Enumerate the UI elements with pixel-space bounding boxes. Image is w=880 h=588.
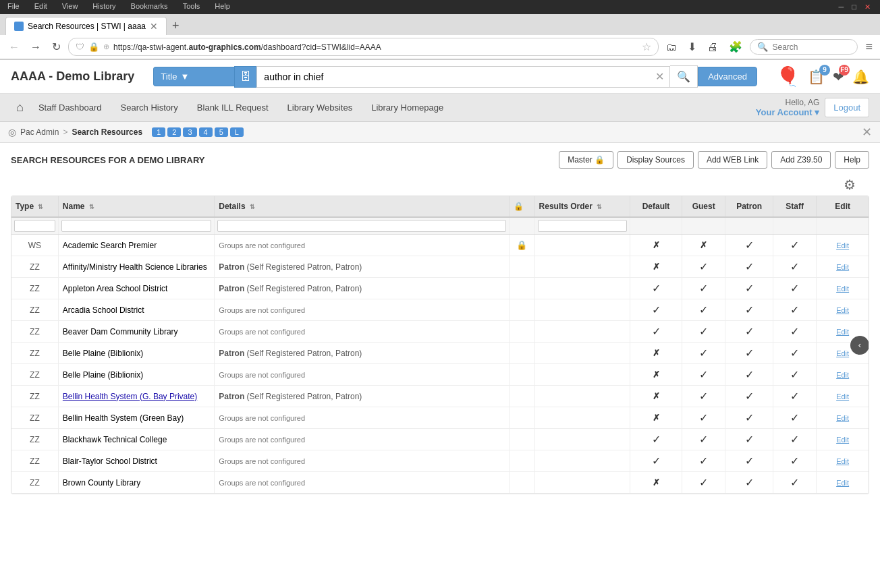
- gear-settings-button[interactable]: ⚙: [844, 177, 856, 193]
- nav-home-button[interactable]: ⌂: [11, 94, 29, 121]
- breadcrumb-current: Search Resources: [72, 127, 142, 137]
- edit-link[interactable]: Edit: [836, 436, 849, 444]
- forward-button[interactable]: →: [27, 40, 45, 55]
- cell-details: Patron (Self Registered Patron, Patron): [215, 343, 510, 364]
- menu-file[interactable]: File: [5, 1, 22, 13]
- window-maximize[interactable]: □: [850, 2, 858, 12]
- pocket-button[interactable]: 🗂: [663, 40, 680, 55]
- breadcrumb-pac-admin[interactable]: Pac Admin: [20, 127, 59, 137]
- breadcrumb-num-l[interactable]: L: [230, 127, 244, 137]
- search-submit-button[interactable]: 🔍: [670, 65, 698, 88]
- breadcrumb-num-5[interactable]: 5: [215, 127, 228, 137]
- back-button[interactable]: ←: [5, 40, 23, 55]
- col-results-order[interactable]: Results Order ⇅: [534, 196, 630, 217]
- cell-edit: Edit: [817, 472, 869, 494]
- table-filter-row: [11, 217, 869, 235]
- nav-search-history[interactable]: Search History: [111, 96, 188, 119]
- cell-details: Groups are not configured: [215, 429, 510, 450]
- cell-default: ✗: [630, 343, 682, 364]
- nav-staff-dashboard[interactable]: Staff Dashboard: [29, 96, 111, 119]
- window-close[interactable]: ✕: [862, 2, 873, 12]
- scroll-left-button[interactable]: ‹: [850, 336, 869, 355]
- menu-help[interactable]: Help: [213, 1, 232, 13]
- window-minimize[interactable]: ─: [837, 2, 846, 12]
- refresh-button[interactable]: ↻: [49, 39, 64, 55]
- menu-history[interactable]: History: [90, 1, 117, 13]
- table-scroll[interactable]: Type ⇅ Name ⇅ Details ⇅ 🔒 Results Order …: [11, 196, 869, 494]
- cell-default: ✓: [630, 299, 682, 321]
- download-button[interactable]: ⬇: [684, 39, 700, 55]
- print-button[interactable]: 🖨: [704, 40, 721, 55]
- edit-link[interactable]: Edit: [836, 479, 849, 487]
- logout-button[interactable]: Logout: [825, 98, 869, 117]
- url-text: https://qa-stwi-agent.auto-graphics.com/…: [113, 42, 638, 52]
- col-default[interactable]: Default: [630, 196, 682, 217]
- table-row: ZZAppleton Area School DistrictPatron (S…: [11, 278, 869, 299]
- edit-link[interactable]: Edit: [836, 414, 849, 422]
- edit-link[interactable]: Edit: [836, 263, 849, 271]
- browser-search-input[interactable]: [772, 42, 840, 52]
- notification-tool[interactable]: 🔔: [852, 69, 869, 85]
- filter-name[interactable]: [61, 220, 211, 232]
- edit-link[interactable]: Edit: [836, 285, 849, 293]
- search-input[interactable]: [257, 67, 650, 87]
- col-guest[interactable]: Guest: [682, 196, 725, 217]
- col-name[interactable]: Name ⇅: [58, 196, 214, 217]
- cell-details: Groups are not configured: [215, 235, 510, 256]
- menu-tools[interactable]: Tools: [181, 1, 202, 13]
- cell-lock: [510, 343, 534, 364]
- filter-type[interactable]: [14, 220, 55, 232]
- col-patron[interactable]: Patron: [725, 196, 773, 217]
- edit-link[interactable]: Edit: [836, 241, 849, 249]
- menu-edit[interactable]: Edit: [32, 1, 49, 13]
- menu-bookmarks[interactable]: Bookmarks: [129, 1, 170, 13]
- heart-tool[interactable]: ❤ F9: [833, 69, 844, 85]
- breadcrumb-num-2[interactable]: 2: [167, 127, 181, 137]
- breadcrumb-num-3[interactable]: 3: [183, 127, 196, 137]
- browser-tab-active[interactable]: Search Resources | STWI | aaaa ✕: [5, 17, 167, 35]
- tab-close-button[interactable]: ✕: [150, 21, 158, 32]
- search-type-dropdown[interactable]: Title ▼: [153, 67, 234, 86]
- display-sources-button[interactable]: Display Sources: [617, 151, 694, 169]
- cell-details: Groups are not configured: [215, 472, 510, 494]
- advanced-search-button[interactable]: Advanced: [698, 67, 757, 86]
- cell-lock: [510, 386, 534, 407]
- address-bar[interactable]: 🛡 🔒 ⊕ https://qa-stwi-agent.auto-graphic…: [68, 38, 659, 56]
- cell-name[interactable]: Bellin Health System (G. Bay Private): [58, 386, 214, 407]
- cell-guest: ✓: [682, 386, 725, 407]
- filter-results-order[interactable]: [538, 220, 627, 232]
- edit-link[interactable]: Edit: [836, 371, 849, 379]
- new-tab-button[interactable]: +: [168, 18, 184, 34]
- filter-details[interactable]: [217, 220, 506, 232]
- list-tool[interactable]: 📋 9: [808, 69, 825, 85]
- col-staff[interactable]: Staff: [773, 196, 817, 217]
- master-button[interactable]: Master 🔒: [559, 151, 613, 169]
- help-button[interactable]: Help: [835, 151, 869, 169]
- breadcrumb-num-1[interactable]: 1: [152, 127, 165, 137]
- table-row: ZZBellin Health System (G. Bay Private)P…: [11, 386, 869, 407]
- add-z3950-button[interactable]: Add Z39.50: [771, 151, 831, 169]
- menu-button[interactable]: ≡: [862, 38, 875, 55]
- edit-link[interactable]: Edit: [836, 392, 849, 401]
- cell-staff: ✓: [773, 278, 817, 299]
- breadcrumb-num-4[interactable]: 4: [199, 127, 213, 137]
- nav-library-homepage[interactable]: Library Homepage: [362, 96, 453, 119]
- browser-search-bar[interactable]: 🔍: [750, 39, 858, 55]
- extension-button[interactable]: 🧩: [725, 39, 746, 55]
- col-type[interactable]: Type ⇅: [11, 196, 58, 217]
- search-clear-button[interactable]: ✕: [650, 70, 669, 83]
- col-details[interactable]: Details ⇅: [215, 196, 510, 217]
- edit-link[interactable]: Edit: [836, 328, 849, 336]
- breadcrumb-bar: ◎ Pac Admin > Search Resources 1 2 3 4 5…: [0, 122, 880, 143]
- menu-view[interactable]: View: [60, 1, 80, 13]
- edit-link[interactable]: Edit: [836, 457, 849, 465]
- edit-link[interactable]: Edit: [836, 349, 849, 357]
- edit-link[interactable]: Edit: [836, 306, 849, 314]
- bookmark-star-icon[interactable]: ☆: [642, 40, 651, 53]
- breadcrumb-close-button[interactable]: ✕: [862, 125, 872, 140]
- nav-account-link[interactable]: Your Account ▾: [756, 107, 819, 117]
- address-icon: ⊕: [103, 42, 109, 51]
- nav-blank-ill-request[interactable]: Blank ILL Request: [188, 96, 278, 119]
- nav-library-websites[interactable]: Library Websites: [278, 96, 362, 119]
- add-web-link-button[interactable]: Add WEB Link: [698, 151, 767, 169]
